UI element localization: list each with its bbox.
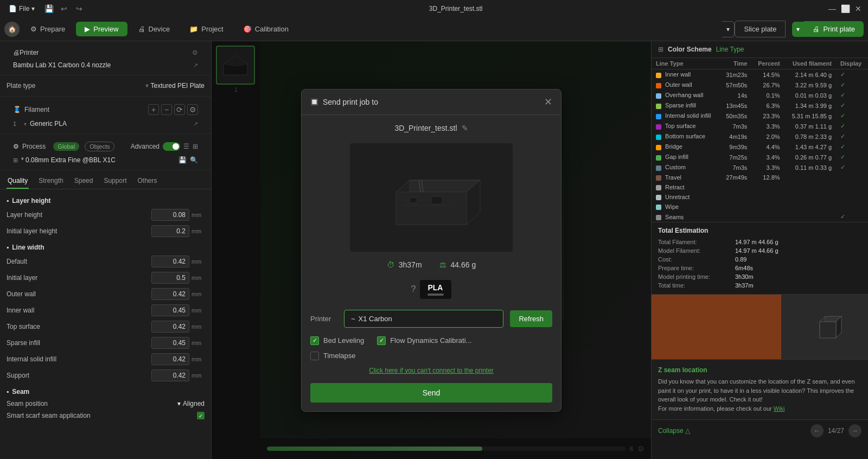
tab-speed[interactable]: Speed (73, 174, 94, 189)
filament-question-icon[interactable]: ? (411, 284, 416, 294)
collapse-btn[interactable]: Collapse △ (658, 427, 690, 435)
global-badge[interactable]: Global (53, 142, 79, 151)
slice-dropdown-btn[interactable]: ▾ (722, 21, 735, 37)
tab-quality[interactable]: Quality (7, 174, 29, 189)
tab-project[interactable]: 📁 Project (181, 22, 232, 36)
default-width-input[interactable] (151, 256, 189, 267)
sync-filament-btn[interactable]: ⟳ (174, 104, 185, 115)
timelapse-checkbox[interactable] (310, 352, 319, 360)
row-time: 50m35s (719, 111, 751, 121)
advanced-switch[interactable] (163, 142, 180, 151)
internal-solid-width-input[interactable] (151, 353, 189, 365)
weight-icon: ⚖ (439, 260, 446, 269)
row-percent: 26.7% (751, 80, 784, 90)
initial-layer-width-input[interactable] (151, 272, 189, 284)
seam-position-dropdown[interactable]: ▾ Aligned (177, 400, 205, 407)
remove-filament-btn[interactable]: − (161, 104, 172, 115)
tab-others[interactable]: Others (136, 174, 158, 189)
row-color-dot (656, 215, 661, 220)
refresh-btn[interactable]: Refresh (510, 310, 552, 327)
tab-calibration[interactable]: 🎯 Calibration (234, 22, 297, 36)
col-display: Display (836, 58, 868, 69)
close-btn[interactable]: ✕ (853, 3, 864, 14)
home-btn[interactable]: 🏠 (4, 22, 20, 37)
row-percent: 0.1% (751, 90, 784, 100)
redo-btn[interactable]: ↪ (74, 3, 85, 14)
print-plate-btn[interactable]: 🖨 Print plate (804, 21, 864, 37)
tab-prepare[interactable]: ⚙ Prepare (22, 22, 74, 36)
tab-strength[interactable]: Strength (37, 174, 64, 189)
edit-filename-icon[interactable]: ✎ (462, 124, 468, 132)
top-surface-width-input[interactable] (151, 321, 189, 333)
row-filament: 0.26 m 0.77 g (784, 152, 837, 162)
modal-close-btn[interactable]: ✕ (544, 96, 552, 108)
support-width-input[interactable] (151, 369, 189, 381)
save-profile-icon[interactable]: 💾 (178, 156, 187, 164)
objects-badge[interactable]: Objects (85, 142, 114, 151)
outer-wall-width-input[interactable] (151, 288, 189, 300)
add-filament-btn[interactable]: + (148, 104, 159, 115)
line-type-label[interactable]: Line Type (716, 46, 744, 53)
external-link-icon[interactable]: ↗ (193, 62, 198, 69)
plate-type-row: Plate type ▾ Textured PEI Plate (7, 80, 205, 92)
tab-device[interactable]: 🖨 Device (130, 22, 179, 36)
row-percent: 6.3% (751, 100, 784, 111)
model-filament-row: Model Filament: 14.97 m 44.66 g (658, 246, 861, 255)
row-percent (751, 182, 784, 192)
outer-wall-width-row: Outer wall mm (7, 286, 205, 302)
smart-scarf-checkbox[interactable]: ✓ (197, 412, 205, 419)
row-name: Retract (665, 184, 684, 190)
table-row: Unretract (652, 192, 868, 202)
row-percent: 4.4% (751, 142, 784, 152)
support-width-row: Support mm (7, 367, 205, 384)
wiki-link[interactable]: Wiki (774, 405, 785, 412)
col-percent: Percent (751, 58, 784, 69)
sparse-infill-width-input[interactable] (151, 337, 189, 349)
print-time-stat: ⏱ 3h37m (387, 260, 422, 269)
layer-height-input[interactable] (151, 209, 189, 221)
save-btn[interactable]: 💾 (43, 3, 54, 14)
settings-icon[interactable]: ⚙ (192, 49, 198, 56)
row-color-dot (656, 155, 661, 161)
row-display: ✓ (836, 90, 868, 100)
row-percent: 12.8% (751, 173, 784, 182)
list-icon[interactable]: ☰ (183, 143, 189, 150)
row-percent (751, 212, 784, 222)
tab-preview[interactable]: ▶ Preview (76, 22, 127, 36)
undo-btn[interactable]: ↩ (59, 3, 69, 14)
slice-plate-btn[interactable]: Slice plate (735, 21, 786, 37)
maximize-btn[interactable]: ⬜ (840, 3, 851, 14)
row-name: Custom (665, 164, 686, 170)
tab-support[interactable]: Support (103, 174, 127, 189)
main-layout: 🖨 Printer ⚙ Bambu Lab X1 Carbon 0.4 nozz… (0, 41, 868, 459)
search-icon[interactable]: 🔍 (190, 156, 198, 164)
initial-layer-height-input[interactable] (151, 225, 189, 237)
printer-dropdown[interactable]: ~ X1 Carbon (344, 310, 503, 328)
grid-icon[interactable]: ⊞ (193, 143, 198, 150)
modal-overlay: 🔲 Send print job to ✕ 3D_Printer_test.st… (212, 41, 651, 459)
edit-filament-icon[interactable]: ↗ (193, 120, 198, 127)
bed-level-checkbox-row: ✓ Bed Leveling (310, 336, 364, 345)
prev-page-btn[interactable]: ← (810, 424, 824, 437)
filament-settings-btn[interactable]: ⚙ (187, 104, 198, 115)
next-page-btn[interactable]: → (848, 424, 861, 437)
row-display: ✓ (836, 212, 868, 222)
process-section: ⚙ Process Global Objects Advanced ☰ ⊞ ⊞ … (0, 134, 211, 170)
flow-dynamics-checkbox[interactable]: ✓ (377, 336, 386, 345)
layer-height-group: ▪ Layer height (7, 193, 205, 207)
row-filament: 0.11 m 0.33 g (784, 162, 837, 173)
file-menu[interactable]: 📄 File ▾ (4, 3, 39, 15)
inner-wall-width-input[interactable] (151, 304, 189, 316)
project-icon: 📁 (189, 25, 198, 33)
row-display (836, 173, 868, 182)
row-color-dot (656, 135, 661, 140)
printer-connect-link[interactable]: Click here if you can't connect to the p… (310, 367, 552, 374)
row-time: 14s (719, 90, 751, 100)
bed-level-checkbox[interactable]: ✓ (310, 336, 319, 345)
row-name: Outer wall (665, 81, 692, 88)
send-print-btn[interactable]: Send (310, 383, 552, 403)
print-dropdown-btn[interactable]: ▾ (792, 22, 804, 37)
row-name-cell: Overhang wall (652, 90, 719, 100)
collapse-scheme-icon[interactable]: ⊞ (658, 46, 663, 53)
minimize-btn[interactable]: — (827, 3, 838, 14)
